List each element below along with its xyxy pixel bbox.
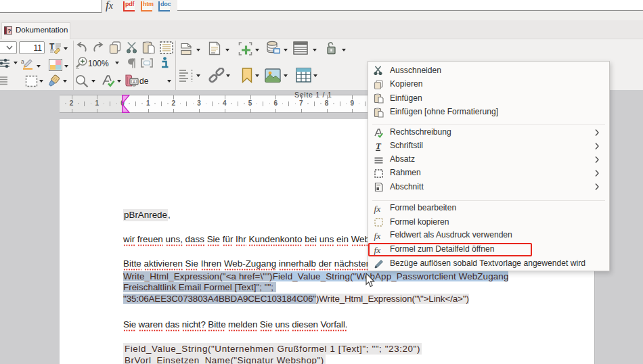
svg-text:A: A xyxy=(133,80,135,84)
svg-text:fx: fx xyxy=(374,231,381,241)
svg-text:a: a xyxy=(21,58,24,65)
svg-text:?: ? xyxy=(7,27,12,35)
svg-text:fx: fx xyxy=(374,204,381,214)
svg-text:T: T xyxy=(376,141,382,151)
